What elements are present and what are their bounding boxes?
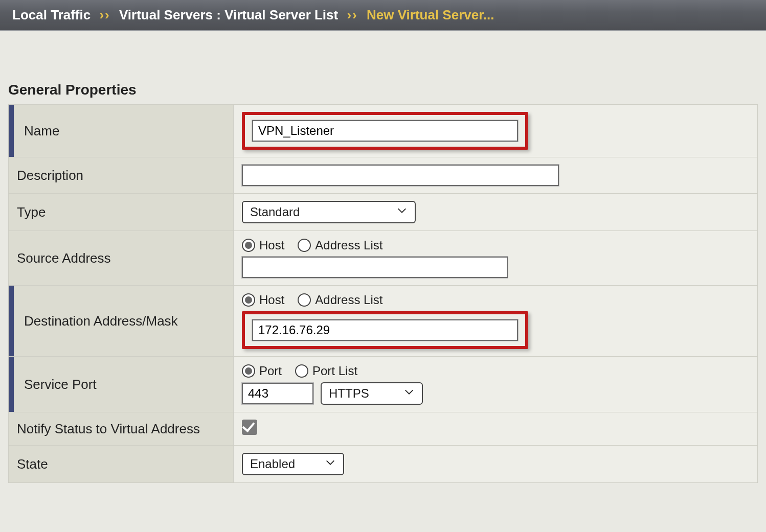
label-source-address: Source Address — [17, 250, 111, 266]
type-select-value: Standard — [250, 205, 300, 219]
port-radio-port-label: Port — [259, 364, 282, 378]
destination-address-input[interactable] — [252, 319, 518, 341]
label-description: Description — [17, 168, 83, 183]
port-radio-portlist[interactable] — [295, 364, 308, 378]
breadcrumb-sep-2: ›› — [342, 7, 363, 22]
breadcrumb: Local Traffic ›› Virtual Servers : Virtu… — [0, 0, 766, 31]
source-radio-host-label: Host — [259, 238, 284, 252]
breadcrumb-seg-3: New Virtual Server... — [367, 7, 494, 22]
state-select[interactable]: Enabled — [242, 453, 344, 475]
dest-radio-addresslist-label: Address List — [315, 293, 382, 307]
source-radio-addresslist-label: Address List — [315, 238, 382, 252]
label-name: Name — [24, 123, 59, 138]
state-select-value: Enabled — [250, 457, 295, 471]
chevron-down-icon — [325, 457, 336, 471]
breadcrumb-seg-1[interactable]: Local Traffic — [12, 7, 91, 22]
label-type: Type — [17, 204, 46, 220]
section-title-general-properties: General Properties — [8, 82, 758, 98]
dest-radio-host-label: Host — [259, 293, 284, 307]
highlight-destination — [242, 311, 528, 349]
source-address-input[interactable] — [242, 257, 508, 278]
general-properties-form: Name Description Type Standard — [8, 104, 758, 483]
dest-radio-addresslist[interactable] — [298, 293, 311, 307]
name-input[interactable] — [252, 120, 518, 142]
type-select[interactable]: Standard — [242, 201, 416, 223]
notify-status-checkbox[interactable] — [242, 420, 257, 435]
chevron-down-icon — [403, 386, 415, 401]
highlight-name — [242, 112, 528, 150]
label-destination-address: Destination Address/Mask — [24, 313, 178, 329]
source-radio-host[interactable] — [242, 239, 255, 252]
label-state: State — [17, 456, 48, 472]
chevron-down-icon — [396, 205, 408, 219]
description-input[interactable] — [242, 165, 559, 186]
label-notify-status: Notify Status to Virtual Address — [17, 421, 200, 436]
source-radio-addresslist[interactable] — [298, 239, 311, 252]
port-radio-portlist-label: Port List — [312, 364, 357, 378]
breadcrumb-seg-2[interactable]: Virtual Servers : Virtual Server List — [119, 7, 338, 22]
port-radio-port[interactable] — [242, 364, 255, 378]
label-service-port: Service Port — [24, 377, 97, 392]
service-port-protocol-select[interactable]: HTTPS — [321, 382, 423, 405]
service-port-input[interactable] — [242, 383, 313, 404]
dest-radio-host[interactable] — [242, 293, 255, 307]
service-port-protocol-value: HTTPS — [329, 386, 369, 401]
breadcrumb-sep-1: ›› — [94, 7, 115, 22]
